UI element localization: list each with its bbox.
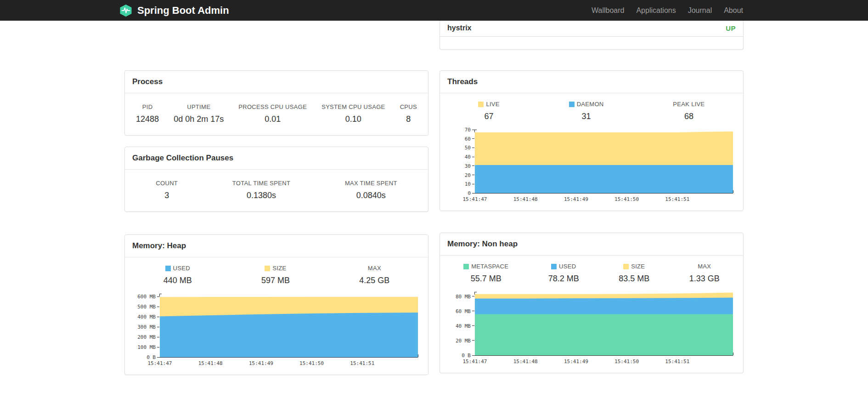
- svg-text:0 B: 0 B: [462, 353, 471, 359]
- svg-text:50: 50: [465, 145, 471, 151]
- application-status-badge: UP: [726, 24, 736, 32]
- brand[interactable]: Spring Boot Admin: [119, 4, 229, 17]
- svg-text:80 MB: 80 MB: [456, 294, 471, 300]
- applications-panel: hystrix UP: [440, 21, 744, 50]
- legend-nonheap-used: USED 78.2 MB: [548, 263, 579, 284]
- legend-heap-size: SIZE 597 MB: [261, 265, 290, 285]
- gc-metrics: COUNT 3 TOTAL TIME SPENT 0.1380s MAX TIM…: [125, 170, 428, 211]
- svg-text:15:41:48: 15:41:48: [198, 360, 223, 366]
- metric-gc-count: COUNT 3: [156, 180, 178, 200]
- svg-text:20 MB: 20 MB: [456, 338, 471, 344]
- svg-text:40 MB: 40 MB: [456, 323, 471, 329]
- spring-boot-admin-logo-icon: [119, 4, 133, 17]
- svg-text:600 MB: 600 MB: [137, 294, 156, 300]
- svg-text:200 MB: 200 MB: [137, 334, 156, 340]
- content-grid: Process PID 12488 UPTIME 0d 0h 2m 17s PR…: [124, 21, 744, 375]
- svg-text:15:41:49: 15:41:49: [564, 196, 588, 202]
- svg-text:60: 60: [465, 136, 471, 142]
- metric-system-cpu-usage: SYSTEM CPU USAGE 0.10: [321, 103, 385, 124]
- threads-panel-title: Threads: [440, 71, 743, 93]
- metric-cpus: CPUS 8: [400, 103, 417, 124]
- svg-text:40: 40: [465, 154, 471, 160]
- memory-heap-panel: Memory: Heap USED 440 MB: [124, 234, 428, 375]
- navbar-links: Wallboard Applications Journal About: [586, 6, 749, 15]
- svg-text:0 B: 0 B: [147, 354, 156, 360]
- memory-heap-legend: USED 440 MB SIZE 597 MB MAX: [125, 257, 428, 289]
- application-row: hystrix UP: [440, 21, 743, 37]
- legend-heap-used: USED 440 MB: [163, 265, 192, 285]
- svg-text:400 MB: 400 MB: [137, 314, 156, 320]
- svg-text:15:41:50: 15:41:50: [299, 360, 324, 366]
- navbar-inner: Spring Boot Admin Wallboard Applications…: [119, 0, 749, 21]
- svg-text:15:41:47: 15:41:47: [463, 196, 487, 202]
- process-panel: Process PID 12488 UPTIME 0d 0h 2m 17s PR…: [124, 70, 428, 136]
- svg-text:15:41:51: 15:41:51: [665, 196, 689, 202]
- navbar: Spring Boot Admin Wallboard Applications…: [0, 0, 868, 21]
- svg-text:15:41:49: 15:41:49: [249, 360, 273, 366]
- process-panel-title: Process: [125, 71, 428, 93]
- page: Spring Boot Admin Wallboard Applications…: [0, 0, 868, 410]
- nonheap-size-swatch: [623, 264, 629, 269]
- svg-text:15:41:49: 15:41:49: [564, 359, 588, 364]
- legend-threads-daemon: DAEMON 31: [569, 101, 604, 121]
- nav-wallboard[interactable]: Wallboard: [586, 6, 630, 15]
- metric-pid: PID 12488: [136, 103, 159, 124]
- threads-daemon-swatch: [569, 102, 575, 107]
- threads-chart: 70605040302010015:41:4715:41:4815:41:491…: [446, 127, 737, 205]
- brand-title: Spring Boot Admin: [137, 5, 229, 17]
- legend-threads-peak-live: PEAK LIVE 68: [673, 101, 705, 121]
- threads-panel: Threads LIVE 67 DAEMON: [440, 70, 744, 211]
- svg-text:20: 20: [465, 172, 471, 178]
- svg-text:15:41:48: 15:41:48: [513, 359, 538, 364]
- svg-text:30: 30: [465, 163, 471, 169]
- left-column: Process PID 12488 UPTIME 0d 0h 2m 17s PR…: [124, 21, 428, 375]
- svg-text:15:41:47: 15:41:47: [148, 360, 172, 366]
- gc-panel: Garbage Collection Pauses COUNT 3 TOTAL …: [124, 147, 428, 212]
- svg-text:70: 70: [465, 127, 471, 133]
- metric-gc-max-time-spent: MAX TIME SPENT 0.0840s: [345, 180, 397, 200]
- metric-process-cpu-usage: PROCESS CPU USAGE 0.01: [238, 103, 307, 124]
- legend-nonheap-size: SIZE 83.5 MB: [619, 263, 649, 284]
- svg-text:500 MB: 500 MB: [137, 304, 156, 310]
- legend-heap-max: MAX 4.25 GB: [359, 265, 389, 285]
- memory-non-heap-panel-title: Memory: Non heap: [440, 233, 743, 256]
- threads-legend: LIVE 67 DAEMON 31 PEAK LIVE: [440, 93, 743, 125]
- svg-text:15:41:47: 15:41:47: [463, 359, 487, 364]
- svg-text:15:41:50: 15:41:50: [614, 196, 639, 202]
- memory-non-heap-legend: METASPACE 55.7 MB USED 78.2 MB: [440, 256, 743, 287]
- svg-text:15:41:51: 15:41:51: [350, 360, 374, 366]
- heap-size-swatch: [265, 266, 270, 271]
- nav-journal[interactable]: Journal: [682, 6, 718, 15]
- nonheap-used-swatch: [551, 264, 557, 269]
- svg-text:15:41:50: 15:41:50: [614, 359, 639, 364]
- svg-text:300 MB: 300 MB: [137, 324, 156, 330]
- svg-text:100 MB: 100 MB: [137, 344, 156, 350]
- metric-uptime: UPTIME 0d 0h 2m 17s: [174, 103, 224, 124]
- svg-text:10: 10: [465, 181, 471, 187]
- application-name[interactable]: hystrix: [447, 24, 471, 32]
- svg-text:0: 0: [468, 190, 471, 196]
- legend-threads-live: LIVE 67: [478, 101, 499, 121]
- threads-live-swatch: [478, 102, 484, 107]
- metric-gc-total-time-spent: TOTAL TIME SPENT 0.1380s: [232, 180, 290, 200]
- svg-text:60 MB: 60 MB: [456, 308, 471, 314]
- heap-used-swatch: [165, 266, 171, 271]
- process-metrics: PID 12488 UPTIME 0d 0h 2m 17s PROCESS CP…: [125, 93, 428, 135]
- svg-text:15:41:51: 15:41:51: [665, 359, 689, 364]
- memory-heap-panel-title: Memory: Heap: [125, 235, 428, 257]
- heap-memory-chart: 600 MB500 MB400 MB300 MB200 MB100 MB0 B1…: [131, 291, 422, 369]
- memory-non-heap-panel: Memory: Non heap METASPACE 55.7 MB: [440, 233, 744, 373]
- right-column: hystrix UP Threads LIVE 67: [440, 21, 744, 375]
- non-heap-memory-chart: 80 MB60 MB40 MB20 MB0 B15:41:4715:41:481…: [446, 289, 737, 367]
- legend-nonheap-max: MAX 1.33 GB: [689, 263, 720, 284]
- content-container: Process PID 12488 UPTIME 0d 0h 2m 17s PR…: [124, 21, 744, 375]
- nonheap-metaspace-swatch: [463, 264, 469, 269]
- svg-text:15:41:48: 15:41:48: [513, 196, 538, 202]
- legend-nonheap-metaspace: METASPACE 55.7 MB: [463, 263, 508, 284]
- nav-applications[interactable]: Applications: [630, 6, 682, 15]
- nav-about[interactable]: About: [718, 6, 749, 15]
- gc-panel-title: Garbage Collection Pauses: [125, 147, 428, 170]
